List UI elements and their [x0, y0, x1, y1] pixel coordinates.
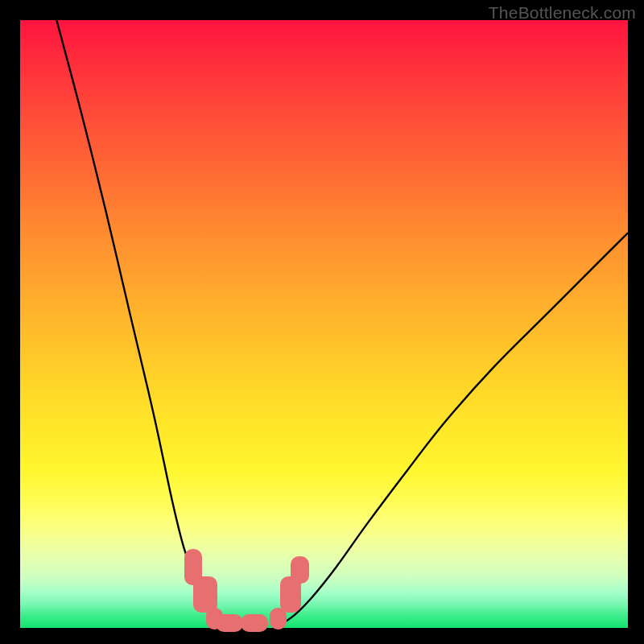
curve-marker: [291, 556, 309, 584]
curve-marker: [241, 614, 268, 633]
plot-area: [20, 20, 628, 628]
curve-marker: [193, 576, 217, 613]
curve-layer: [20, 20, 628, 628]
chart-frame: TheBottleneck.com: [0, 0, 644, 644]
watermark-text: TheBottleneck.com: [489, 3, 636, 23]
left-curve: [56, 20, 233, 628]
curve-marker: [216, 614, 243, 633]
right-curve: [275, 233, 628, 628]
